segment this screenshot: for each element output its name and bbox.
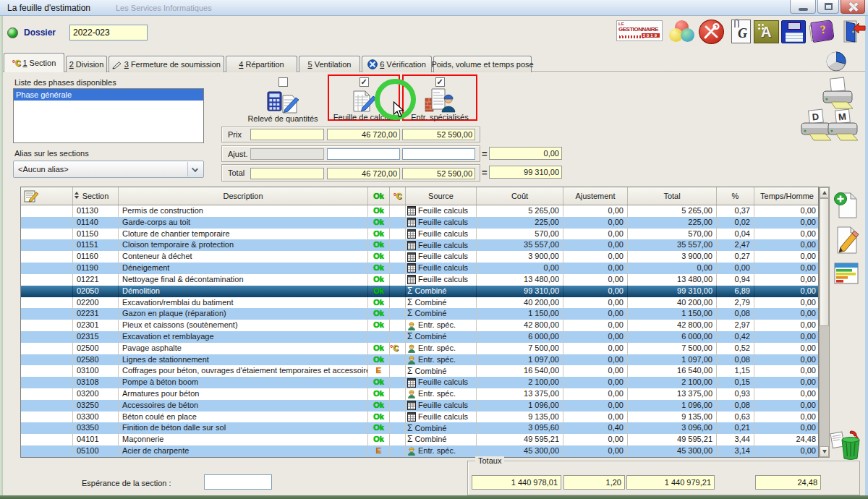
phase-item-selected[interactable]: Phase générale bbox=[14, 89, 203, 101]
total-field-3[interactable]: 52 590,00 bbox=[402, 168, 475, 179]
header-ajustement[interactable]: Ajustement bbox=[563, 187, 628, 205]
prix-field-1[interactable] bbox=[250, 129, 324, 140]
table-row[interactable]: 02200Excavation/remblai du batimentOkΣCo… bbox=[21, 297, 818, 309]
header-ok[interactable]: Ok bbox=[368, 187, 390, 205]
cell-source: Feuille calculs bbox=[406, 217, 477, 229]
cell-ok: Ok bbox=[368, 411, 390, 423]
save-button[interactable] bbox=[781, 20, 806, 43]
cell-description: Nettoyage final & décontamination bbox=[119, 274, 368, 286]
color-wheel-icon[interactable] bbox=[669, 20, 695, 43]
add-section-button[interactable] bbox=[832, 191, 861, 220]
header-cout[interactable]: Coût bbox=[477, 187, 563, 205]
gestionnaire-logo[interactable]: LE GESTIONNAIRE 2019 bbox=[616, 20, 663, 41]
entr-checkbox[interactable]: ✓ bbox=[435, 77, 445, 87]
tab-section[interactable]: °C 1 Section bbox=[4, 53, 64, 72]
cell-pct: 2,47 bbox=[717, 239, 754, 251]
table-row[interactable]: 03350Finition de béton dalle sur solOkΣC… bbox=[21, 422, 818, 434]
scrollbar-thumb[interactable] bbox=[820, 198, 829, 326]
cell-total: 9 135,00 bbox=[628, 411, 717, 423]
tab-fermeture[interactable]: 3 Fermeture de soumission bbox=[109, 56, 224, 72]
sort-icon[interactable] bbox=[75, 192, 79, 199]
title-bar[interactable]: La feuille d'estimation Les Services Inf… bbox=[0, 0, 868, 16]
table-row[interactable]: 05100Acier de charpenteEEntr. spéc.45 30… bbox=[21, 445, 818, 457]
table-row[interactable]: 01140Garde-corps au toitOkFeuille calcul… bbox=[21, 217, 818, 229]
pie-chart-icon[interactable] bbox=[825, 51, 848, 72]
header-grid-icon-cell[interactable] bbox=[21, 187, 73, 205]
cell-temps: 0,00 bbox=[754, 411, 820, 423]
edit-section-button[interactable] bbox=[832, 226, 861, 255]
table-row[interactable]: 01150Cloture de chantier temporaireOkFeu… bbox=[21, 229, 818, 240]
table-header[interactable]: Section Description Ok °C Source Coût Aj… bbox=[21, 187, 818, 205]
tab-poids-volume[interactable]: Poids, volume et temps pose bbox=[433, 56, 532, 72]
print-summary-button[interactable]: M bbox=[825, 108, 862, 146]
help-book-button[interactable]: ? bbox=[809, 20, 836, 43]
scroll-down-button[interactable] bbox=[820, 446, 829, 457]
cell-temps: 0,00 bbox=[754, 377, 820, 388]
header-total[interactable]: Total bbox=[628, 187, 717, 205]
table-row[interactable]: 03200Armatures pour bétonOkEntr. spéc.13… bbox=[21, 388, 818, 400]
close-button[interactable] bbox=[841, 0, 865, 14]
table-row[interactable]: 03300Béton coulé en placeOkFeuille calcu… bbox=[21, 411, 818, 423]
tab-verification[interactable]: 6 Vérification bbox=[362, 56, 432, 72]
tools-button[interactable] bbox=[699, 20, 724, 44]
table-row[interactable]: 02315Excavation et remblayageΣCombiné6 0… bbox=[21, 331, 818, 343]
phases-listbox[interactable]: Phase générale bbox=[13, 88, 204, 143]
releve-quantites-button[interactable]: Relevé de quantités bbox=[239, 74, 327, 121]
header-temps[interactable]: Temps/Homme bbox=[754, 187, 820, 205]
esperance-input[interactable] bbox=[204, 474, 272, 490]
alias-combobox[interactable]: <Aucun alias> bbox=[13, 161, 204, 178]
prix-field-2[interactable]: 46 720,00 bbox=[327, 129, 400, 140]
exit-door-button[interactable] bbox=[839, 20, 866, 43]
ajust-field-3[interactable] bbox=[402, 148, 475, 160]
total-field-1[interactable] bbox=[250, 168, 324, 179]
cell-temps: 0,00 bbox=[754, 400, 820, 411]
cell-marker bbox=[21, 343, 73, 354]
table-row[interactable]: 02231Gazon en plaque (réparation)OkΣComb… bbox=[21, 308, 818, 320]
table-row[interactable]: 02301Pieux et caissons (soutènement)OkEn… bbox=[21, 320, 818, 331]
table-row[interactable]: 02500Pavage asphalteOk°CEntr. spéc.7 500… bbox=[21, 343, 818, 354]
esperance-label: Espérance de la section : bbox=[82, 479, 171, 487]
table-row[interactable]: 01130Permis de constructionOkFeuille cal… bbox=[21, 205, 818, 217]
table-scrollbar[interactable] bbox=[819, 187, 830, 458]
releve-label: Relevé de quantités bbox=[240, 114, 326, 123]
cell-cout: 6 000,00 bbox=[477, 331, 563, 343]
g-report-button[interactable]: G bbox=[731, 20, 751, 43]
table-row[interactable]: 01160Conteneur à déchetOkFeuille calculs… bbox=[21, 251, 818, 263]
table-row[interactable]: 01190DéneigementOkFeuille calculs0,000,0… bbox=[21, 263, 818, 274]
mouse-cursor bbox=[393, 101, 406, 119]
table-row[interactable]: 01151Cloison temporaire & protectionOkFe… bbox=[21, 239, 818, 251]
delete-section-button[interactable] bbox=[829, 428, 862, 460]
table-row[interactable]: 03100Coffrages pour béton, ouvrages d'ét… bbox=[21, 365, 818, 377]
ajust-field-2[interactable] bbox=[327, 148, 400, 160]
header-badge[interactable]: °C bbox=[390, 187, 406, 205]
table-row[interactable]: 02050DémolitionOkΣCombiné99 310,000,0099… bbox=[21, 286, 818, 297]
header-description[interactable]: Description bbox=[119, 187, 368, 205]
cell-pct: 3,44 bbox=[717, 434, 754, 445]
scroll-up-button[interactable] bbox=[820, 187, 829, 198]
dossier-input[interactable] bbox=[69, 25, 148, 40]
header-section[interactable]: Section bbox=[73, 187, 119, 205]
maximize-button[interactable] bbox=[817, 0, 839, 14]
tab-division[interactable]: 2 Division bbox=[66, 56, 107, 72]
table-row[interactable]: 02580Lignes de stationnementOkEntr. spéc… bbox=[21, 354, 818, 366]
table-row[interactable]: 04101MaçonnerieOkΣCombiné49 595,210,0049… bbox=[21, 434, 818, 445]
releve-checkbox[interactable] bbox=[278, 77, 288, 87]
ajust-equals: = bbox=[482, 148, 488, 159]
chart-report-button[interactable] bbox=[833, 260, 859, 286]
total-field-2[interactable]: 46 720,00 bbox=[327, 168, 400, 179]
cell-badge bbox=[390, 445, 406, 457]
table-row[interactable]: 01221Nettoyage final & décontaminationOk… bbox=[21, 274, 818, 286]
totaux-cout: 1 440 978,01 bbox=[472, 475, 561, 490]
spellcheck-button[interactable]: A bbox=[754, 20, 779, 43]
prix-field-3[interactable]: 52 590,00 bbox=[402, 129, 475, 140]
table-row[interactable]: 03250Accessoires de bétonOkFeuille calcu… bbox=[21, 400, 818, 411]
header-pct[interactable]: % bbox=[717, 187, 754, 205]
table-row[interactable]: 03108Pompe à béton boomOkFeuille calculs… bbox=[21, 377, 818, 388]
feuille-checkbox[interactable]: ✓ bbox=[359, 77, 369, 87]
combo-dropdown-button[interactable] bbox=[187, 162, 203, 176]
cell-cout: 1 096,00 bbox=[477, 400, 563, 411]
tab-ventilation[interactable]: 5 Ventilation bbox=[299, 56, 360, 72]
minimize-button[interactable] bbox=[790, 0, 816, 14]
header-source[interactable]: Source bbox=[406, 187, 477, 205]
tab-repartition[interactable]: 4 Répartition bbox=[226, 56, 297, 72]
